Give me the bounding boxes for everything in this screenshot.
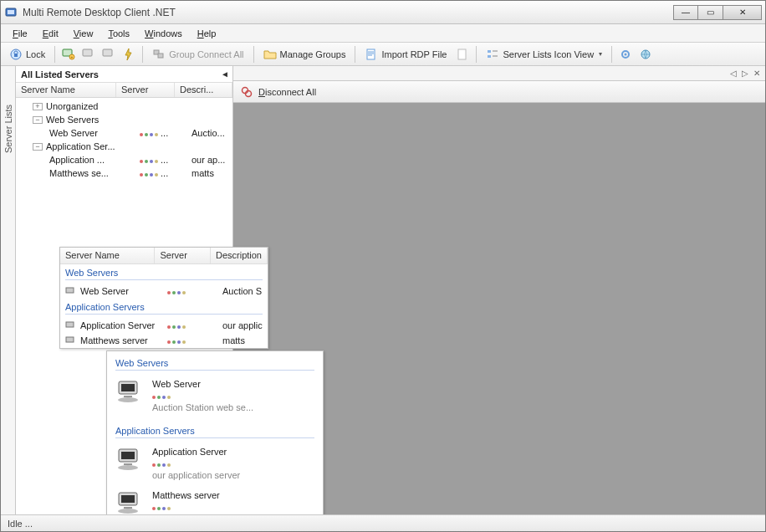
svg-rect-11	[367, 49, 375, 59]
file-export-icon	[456, 48, 469, 61]
menu-windows[interactable]: Windows	[138, 27, 189, 40]
svg-rect-22	[66, 337, 74, 342]
svg-point-16	[625, 53, 627, 55]
svg-rect-28	[121, 452, 135, 459]
svg-rect-32	[121, 495, 135, 503]
svg-rect-8	[103, 49, 112, 56]
view-mode-dropdown[interactable]: Server Lists Icon View ▾	[481, 46, 607, 63]
vertical-tab-label: Server Lists	[3, 105, 13, 153]
app-icon	[4, 6, 18, 19]
settings-button[interactable]	[616, 46, 635, 63]
sidebar-header: All Listed Servers ◄	[16, 66, 232, 83]
tile-item[interactable]: Application Server our application serve…	[107, 443, 323, 487]
svg-rect-7	[83, 49, 92, 56]
list-item[interactable]: Web Server Auction S	[60, 284, 268, 299]
nav-close-button[interactable]: ✕	[753, 69, 760, 78]
disconnect-all-button[interactable]: Disconnect All	[258, 87, 316, 97]
svg-rect-25	[124, 396, 132, 397]
fcol-desc[interactable]: Description	[211, 248, 268, 263]
svg-rect-1	[8, 10, 14, 14]
tree-node-unorganized[interactable]: +Unorganized	[16, 100, 232, 113]
dropdown-arrow-icon: ▾	[599, 50, 602, 58]
fgroup-app-servers: Application Servers	[60, 299, 268, 314]
tree-node-web-servers[interactable]: −Web Servers	[16, 113, 232, 126]
manage-groups-button[interactable]: Manage Groups	[258, 46, 351, 63]
server-tree: +Unorganized −Web Servers Web Server ...…	[16, 98, 232, 182]
about-button[interactable]	[636, 46, 655, 63]
svg-rect-10	[158, 54, 163, 58]
menu-bar: File Edit View Tools Windows Help	[1, 24, 765, 43]
menu-help[interactable]: Help	[191, 27, 223, 40]
svg-text:+: +	[71, 54, 74, 59]
gear-icon	[619, 48, 632, 61]
manage-groups-label: Manage Groups	[280, 49, 346, 59]
nav-next-button[interactable]: ▷	[742, 69, 748, 78]
tree-node-app-servers[interactable]: −Application Ser...	[16, 140, 232, 153]
vertical-tab[interactable]: Server Lists	[1, 66, 16, 514]
tree-item-web-server[interactable]: Web Server ... Auctio...	[16, 126, 232, 140]
svg-rect-21	[66, 322, 74, 327]
lock-button[interactable]: Lock	[4, 46, 50, 63]
group-connect-all-label: Group Connect All	[169, 49, 243, 59]
tile-item[interactable]: Web Server Auction Station web se...	[107, 376, 323, 419]
lightning-icon	[122, 48, 135, 61]
tree-item-application-server[interactable]: Application ... ... our ap...	[16, 153, 232, 166]
menu-edit[interactable]: Edit	[36, 27, 65, 40]
list-item[interactable]: Application Server our applic	[60, 318, 268, 333]
new-connection-button[interactable]: +	[59, 46, 78, 63]
import-rdp-button[interactable]: Import RDP File	[360, 46, 452, 63]
minimize-button[interactable]: —	[673, 5, 698, 20]
import-rdp-label: Import RDP File	[381, 49, 447, 59]
group-connect-all-button[interactable]: Group Connect All	[147, 46, 248, 63]
menu-file[interactable]: File	[6, 27, 34, 40]
disconnect-bar: Disconnect All	[233, 81, 765, 103]
svg-rect-3	[14, 54, 18, 57]
close-button[interactable]: ✕	[723, 5, 762, 20]
svg-point-26	[118, 397, 138, 402]
tilegroup-web-servers: Web Servers	[107, 351, 323, 370]
svg-rect-24	[121, 384, 135, 391]
server-icon	[65, 320, 77, 330]
svg-point-19	[246, 90, 252, 96]
edit-connection-button[interactable]	[100, 46, 118, 63]
svg-rect-14	[488, 55, 491, 58]
lock-icon	[9, 48, 23, 61]
main-tab-nav: ◁ ▷ ✕	[233, 66, 765, 81]
computer-icon	[115, 379, 144, 404]
col-desc[interactable]: Descri...	[175, 83, 232, 97]
disconnect-icon	[240, 85, 253, 99]
menu-view[interactable]: View	[67, 27, 100, 40]
computer-icon	[115, 490, 144, 514]
svg-rect-13	[488, 50, 491, 53]
status-text: Idle ...	[8, 519, 33, 529]
pin-icon[interactable]: ◄	[221, 69, 229, 79]
folder-gear-icon	[263, 48, 277, 61]
globe-icon	[639, 48, 652, 61]
fcol-server[interactable]: Server	[155, 248, 211, 263]
maximize-button[interactable]: ▭	[698, 5, 723, 20]
connect-button[interactable]	[120, 46, 138, 63]
delete-connection-button[interactable]	[79, 46, 98, 63]
window-title: Multi Remote Desktop Client .NET	[23, 7, 673, 18]
group-connect-icon	[152, 48, 166, 61]
export-rdp-button[interactable]	[453, 46, 472, 63]
fcol-name[interactable]: Server Name	[60, 248, 155, 263]
sidebar-columns: Server Name Server Descri...	[16, 83, 232, 98]
title-bar: Multi Remote Desktop Client .NET — ▭ ✕	[1, 1, 765, 24]
status-bar: Idle ...	[1, 514, 765, 531]
svg-rect-20	[66, 288, 74, 293]
toolbar: Lock + Group Connect All Manage Groups I…	[1, 43, 765, 66]
nav-prev-button[interactable]: ◁	[730, 69, 737, 78]
server-icon	[65, 286, 77, 296]
menu-tools[interactable]: Tools	[101, 27, 136, 40]
tree-item-matthews-server[interactable]: Matthews se... ... matts	[16, 166, 232, 180]
monitor-add-icon: +	[62, 48, 75, 61]
float-details-panel: Server Name Server Description Web Serve…	[59, 247, 268, 349]
col-name[interactable]: Server Name	[16, 83, 116, 97]
list-item[interactable]: Matthews server matts	[60, 333, 268, 348]
col-server[interactable]: Server	[116, 83, 175, 97]
svg-rect-33	[124, 507, 132, 509]
window-controls: — ▭ ✕	[673, 5, 762, 20]
tile-item[interactable]: Matthews server matts	[107, 487, 323, 514]
tilegroup-app-servers: Application Servers	[107, 419, 323, 437]
